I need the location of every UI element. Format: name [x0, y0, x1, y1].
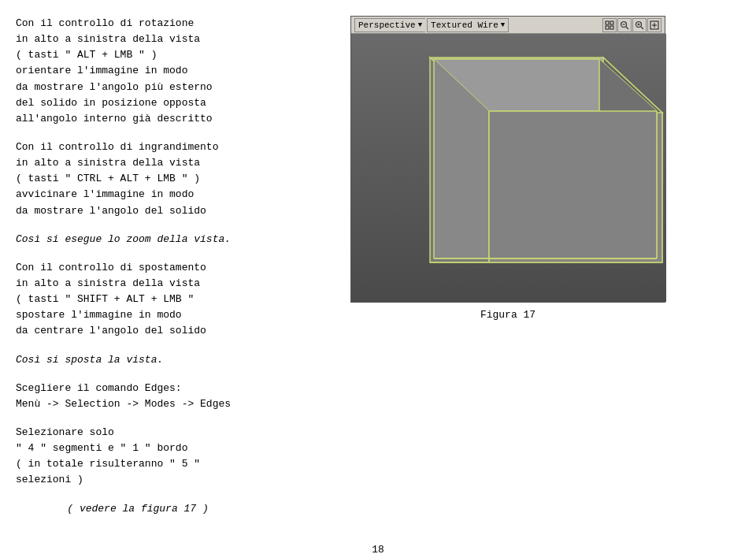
text-line: ( tasti " ALT + LMB " ) — [16, 47, 260, 63]
text-line: " 4 " segmenti e " 1 " bordo — [16, 441, 260, 456]
text-line: Scegliere il comando Edges: — [16, 381, 260, 396]
left-column: Con il controllo di rotazione in alto a … — [16, 16, 260, 528]
text-block-2: Con il controllo di ingrandimento in alt… — [16, 139, 260, 219]
text-block-3: Con il controllo di spostamento in alto … — [16, 260, 260, 340]
zoom-out-icon[interactable] — [617, 18, 632, 32]
text-line: da mostrare l'angolo più esterno — [16, 80, 260, 95]
text-line: Selezionare solo — [16, 425, 260, 441]
perspective-dropdown[interactable]: Perspective ▼ — [354, 18, 425, 32]
page-container: Con il controllo di rotazione in alto a … — [0, 0, 756, 554]
text-line: ( tasti " CTRL + ALT + LMB " ) — [16, 171, 260, 187]
text-line: da mostrare l'angolo del solido — [16, 203, 260, 219]
text-line: ( in totale risulteranno " 5 " selezioni… — [16, 456, 260, 488]
italic-text: Così si esegue lo zoom della vista. — [16, 232, 260, 247]
text-line: all'angolo interno già descritto — [16, 111, 260, 127]
figura-label: Figura 17 — [480, 309, 536, 321]
text-block-5: Selezionare solo " 4 " segmenti e " 1 " … — [16, 425, 260, 489]
text-line: Con il controllo di ingrandimento — [16, 139, 260, 155]
page-number: 18 — [0, 544, 756, 554]
text-line: orientare l'immagine in modo — [16, 63, 260, 79]
svg-rect-0 — [606, 21, 609, 24]
right-column: Perspective ▼ Textured Wire ▼ — [276, 16, 740, 528]
text-line: avvicinare l'immagine in modo — [16, 187, 260, 203]
text-block-italic-2: Così si sposta la vista. — [16, 352, 260, 368]
text-line: ( tasti " SHIFT + ALT + LMB " — [16, 292, 260, 307]
dropdown2-arrow: ▼ — [501, 21, 505, 29]
text-line: in alto a sinistra della vista — [16, 32, 260, 47]
3d-scene-svg — [351, 34, 666, 302]
svg-line-5 — [626, 27, 628, 29]
svg-marker-35 — [489, 111, 657, 258]
svg-rect-2 — [606, 26, 609, 29]
italic-text-3: ( vedere la figura 17 ) — [16, 501, 260, 517]
svg-rect-3 — [610, 26, 613, 29]
text-block-italic-3: ( vedere la figura 17 ) — [16, 501, 260, 517]
text-line: Con il controllo di rotazione — [16, 16, 260, 32]
fit-view-icon[interactable] — [647, 18, 662, 32]
dropdown1-arrow: ▼ — [418, 21, 422, 29]
text-line: del solido in posizione opposta — [16, 95, 260, 111]
perspective-label: Perspective — [358, 20, 416, 30]
content-area: Con il controllo di rotazione in alto a … — [0, 16, 756, 528]
italic-text-2: Così si sposta la vista. — [16, 352, 260, 368]
svg-rect-1 — [610, 21, 613, 24]
text-block-4: Scegliere il comando Edges: Menù -> Sele… — [16, 381, 260, 412]
text-block-italic-1: Così si esegue lo zoom della vista. — [16, 232, 260, 247]
shading-dropdown[interactable]: Textured Wire ▼ — [427, 18, 509, 32]
shading-label: Textured Wire — [431, 20, 498, 30]
text-line: Con il controllo di spostamento — [16, 260, 260, 276]
svg-line-8 — [641, 27, 643, 29]
zoom-in-icon[interactable] — [632, 18, 647, 32]
text-line: in alto a sinistra della vista — [16, 276, 260, 292]
viewport-canvas — [351, 34, 666, 302]
text-line: spostare l'immagine in modo — [16, 307, 260, 323]
viewport-icons — [602, 18, 662, 32]
maximize-icon[interactable] — [602, 18, 617, 32]
viewport-toolbar: Perspective ▼ Textured Wire ▼ — [351, 17, 665, 34]
viewport: Perspective ▼ Textured Wire ▼ — [350, 16, 665, 303]
text-line: da centrare l'angolo del solido — [16, 323, 260, 339]
text-block-1: Con il controllo di rotazione in alto a … — [16, 16, 260, 127]
text-line: Menù -> Selection -> Modes -> Edges — [16, 396, 260, 412]
text-line: in alto a sinistra della vista — [16, 155, 260, 171]
